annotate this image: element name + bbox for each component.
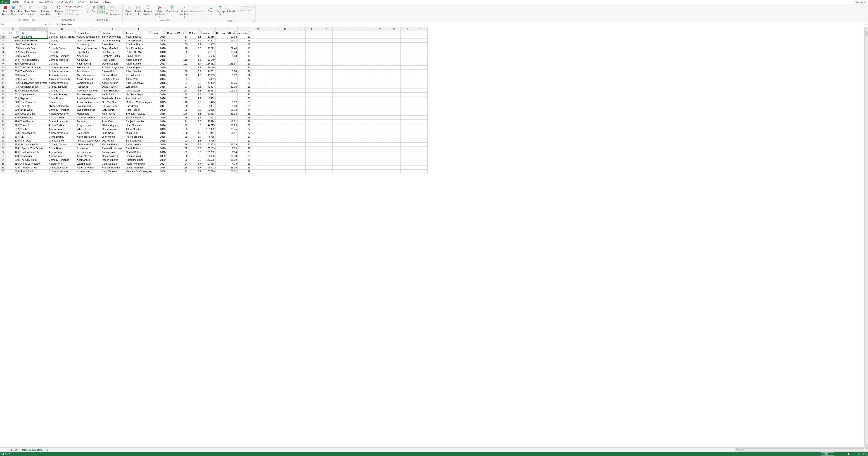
cell[interactable]	[401, 74, 414, 77]
cell[interactable]	[401, 146, 414, 150]
cell[interactable]	[414, 146, 428, 150]
cell[interactable]: 0.02	[216, 100, 238, 104]
cell[interactable]	[216, 77, 238, 81]
cell[interactable]: Dito Montiel	[101, 139, 125, 143]
cell[interactable]: 3.7	[188, 42, 202, 47]
cell[interactable]	[265, 112, 278, 116]
cell[interactable]: 0.09	[216, 146, 238, 150]
cell[interactable]	[387, 81, 401, 85]
cell[interactable]	[265, 89, 278, 93]
cell[interactable]	[401, 104, 414, 108]
cell[interactable]: Right before	[76, 50, 101, 54]
cell[interactable]: 29	[238, 162, 251, 166]
consolidate-button[interactable]: Consolidate	[165, 5, 179, 13]
cell[interactable]	[251, 112, 265, 116]
cell[interactable]: A suicidal American	[76, 100, 101, 104]
cell[interactable]: Kate Hudson	[125, 108, 153, 112]
cell[interactable]: 101	[166, 62, 188, 66]
cell[interactable]	[387, 150, 401, 154]
cell[interactable]: Drama,Romance	[48, 119, 76, 123]
from-text-button[interactable]: From Text	[17, 5, 24, 16]
cell[interactable]	[292, 127, 306, 131]
cell[interactable]: 27	[238, 131, 251, 135]
cell[interactable]	[333, 112, 346, 116]
cell[interactable]	[306, 66, 319, 69]
cell[interactable]: 425	[6, 150, 20, 154]
tab-home[interactable]: HOME	[10, 0, 22, 4]
cell[interactable]	[306, 135, 319, 139]
cell[interactable]	[373, 77, 387, 81]
cell[interactable]	[251, 127, 265, 131]
cell[interactable]: 60133	[202, 146, 216, 150]
cell[interactable]: Scot Armstrong	[101, 77, 125, 81]
vertical-scrollbar[interactable]: ▲ ▼	[864, 27, 868, 447]
cell[interactable]: 96	[166, 158, 188, 162]
cell[interactable]	[292, 39, 306, 42]
cell[interactable]	[251, 89, 265, 93]
cell[interactable]	[346, 123, 360, 127]
cell[interactable]	[306, 139, 319, 143]
cell[interactable]: Comedy,Romance	[48, 108, 76, 112]
zoom-slider[interactable]	[839, 454, 857, 454]
cell[interactable]	[401, 35, 414, 39]
cell[interactable]: 5.6	[188, 77, 202, 81]
cell[interactable]	[360, 74, 373, 77]
cell[interactable]: Ana de Armas	[125, 96, 153, 100]
cell[interactable]	[414, 54, 428, 58]
fx-icon[interactable]: ƒx	[55, 23, 58, 26]
cell[interactable]: Matthew McConaughey	[125, 100, 153, 104]
cell[interactable]: 2016	[153, 96, 166, 100]
cell[interactable]: Sean Penn	[101, 42, 125, 47]
cell[interactable]: 2016	[153, 93, 166, 96]
cell[interactable]: Pierce Brosnan	[125, 135, 153, 139]
cell[interactable]: 4.2	[188, 66, 202, 69]
cell[interactable]	[360, 112, 373, 116]
filter-dropdown-button[interactable]: ▼	[45, 31, 48, 34]
cell[interactable]	[387, 69, 401, 74]
cell[interactable]	[414, 143, 428, 146]
cell[interactable]	[251, 69, 265, 74]
cell[interactable]	[278, 108, 292, 112]
cell[interactable]	[373, 150, 387, 154]
cell[interactable]	[278, 158, 292, 162]
cell[interactable]: 23	[238, 96, 251, 100]
cell[interactable]: 2015	[153, 58, 166, 62]
cell[interactable]	[292, 58, 306, 62]
cell[interactable]: 95.33	[216, 143, 238, 146]
cell[interactable]	[278, 146, 292, 150]
cell[interactable]	[401, 85, 414, 89]
cell[interactable]: 836	[6, 104, 20, 108]
cell[interactable]	[333, 158, 346, 162]
cell[interactable]	[292, 62, 306, 66]
cell[interactable]: Pandorum	[20, 154, 48, 158]
cell[interactable]: 108	[166, 104, 188, 108]
cell[interactable]	[265, 162, 278, 166]
cell[interactable]	[360, 31, 373, 35]
cell[interactable]	[333, 146, 346, 150]
cell[interactable]: 20221	[202, 47, 216, 50]
cell[interactable]	[414, 93, 428, 96]
column-header[interactable]: M	[251, 27, 265, 31]
cell[interactable]	[278, 58, 292, 62]
cell[interactable]: 35.54	[216, 50, 238, 54]
cell[interactable]	[251, 139, 265, 143]
cell[interactable]: Exposed	[20, 96, 48, 100]
cell[interactable]	[401, 139, 414, 143]
cell[interactable]	[319, 85, 333, 89]
cell[interactable]: 52	[6, 81, 20, 85]
cell[interactable]	[373, 42, 387, 47]
cell[interactable]: Robert De Niro	[125, 50, 153, 54]
cell[interactable]	[373, 116, 387, 119]
cell[interactable]	[401, 108, 414, 112]
cell[interactable]: 830	[6, 39, 20, 42]
cell[interactable]	[360, 154, 373, 158]
cell[interactable]: 86417	[202, 89, 216, 93]
cell[interactable]: 6.8	[188, 85, 202, 89]
cell[interactable]	[333, 81, 346, 85]
cell[interactable]: 2015	[153, 131, 166, 135]
cell[interactable]	[414, 62, 428, 66]
cell[interactable]: 14.17	[216, 39, 238, 42]
cell[interactable]	[278, 139, 292, 143]
cell[interactable]	[306, 77, 319, 81]
filter-dropdown-button[interactable]: ▼	[234, 31, 237, 34]
